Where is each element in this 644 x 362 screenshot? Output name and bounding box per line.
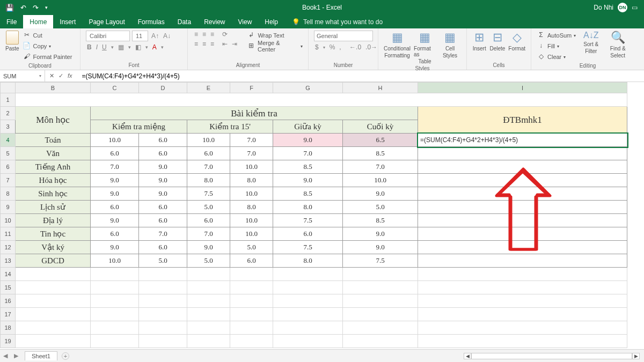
sort-filter-button[interactable]: A↓ZSort &Filter bbox=[579, 31, 603, 54]
cell[interactable] bbox=[418, 268, 627, 281]
cell[interactable] bbox=[139, 294, 187, 308]
align-bottom-icon[interactable]: ≡ bbox=[209, 31, 215, 38]
name-box[interactable]: SUM▾ bbox=[0, 70, 45, 82]
number-format-dropdown[interactable]: General bbox=[314, 31, 373, 41]
cell[interactable]: 10.0 bbox=[343, 174, 418, 187]
cell[interactable] bbox=[230, 321, 273, 335]
underline-button[interactable]: U bbox=[101, 43, 108, 51]
cell[interactable]: 6.5 bbox=[343, 134, 418, 147]
cell[interactable] bbox=[418, 187, 627, 201]
cell[interactable] bbox=[139, 308, 187, 321]
cell[interactable] bbox=[343, 335, 418, 348]
cell[interactable] bbox=[273, 294, 343, 308]
cell[interactable] bbox=[418, 227, 627, 241]
cell[interactable] bbox=[230, 268, 273, 281]
italic-button[interactable]: I bbox=[95, 43, 99, 51]
cell[interactable]: Tin học bbox=[16, 227, 91, 241]
cell[interactable] bbox=[418, 214, 627, 227]
cell[interactable] bbox=[187, 321, 230, 335]
horizontal-scrollbar[interactable]: ◀ ▶ bbox=[464, 353, 640, 359]
sheet-nav-next-icon[interactable]: ▶ bbox=[11, 352, 21, 359]
cell[interactable] bbox=[16, 321, 91, 335]
redo-icon[interactable]: ↷ bbox=[33, 4, 39, 12]
cell[interactable] bbox=[16, 308, 91, 321]
cell[interactable]: 5.0 bbox=[139, 254, 187, 268]
cell[interactable] bbox=[91, 321, 139, 335]
format-as-table-button[interactable]: ▦Format asTable bbox=[414, 31, 436, 64]
cell[interactable]: 6.0 bbox=[91, 227, 139, 241]
increase-decimal-icon[interactable]: ←.0 bbox=[348, 43, 362, 51]
cell[interactable] bbox=[418, 201, 627, 214]
tab-file[interactable]: File bbox=[0, 15, 23, 28]
row-header[interactable]: 1 bbox=[1, 93, 16, 107]
merge-center-button[interactable]: ⊞Merge & Center▾ bbox=[247, 41, 303, 51]
tab-data[interactable]: Data bbox=[171, 15, 197, 28]
cell[interactable]: 5.0 bbox=[230, 241, 273, 254]
cell[interactable]: 8.0 bbox=[230, 201, 273, 214]
autosum-button[interactable]: ΣAutoSum▾ bbox=[537, 31, 576, 40]
decrease-font-icon[interactable]: A↓ bbox=[162, 32, 172, 40]
cell[interactable]: Vật ký bbox=[16, 241, 91, 254]
row-header[interactable]: 6 bbox=[1, 160, 16, 174]
cell[interactable] bbox=[91, 268, 139, 281]
font-size-dropdown[interactable]: 11 bbox=[132, 31, 148, 41]
formula-input[interactable] bbox=[80, 70, 644, 82]
insert-cells-button[interactable]: ⊞Insert bbox=[472, 31, 486, 51]
cut-button[interactable]: ✂Cut bbox=[23, 31, 72, 40]
cell[interactable]: 9.0 bbox=[187, 241, 230, 254]
tell-me-search[interactable]: 💡 Tell me what you want to do bbox=[284, 15, 383, 28]
column-header[interactable]: B bbox=[16, 83, 91, 93]
column-header[interactable]: E bbox=[187, 83, 230, 93]
qat-more-icon[interactable]: ▾ bbox=[45, 5, 48, 10]
cell[interactable] bbox=[230, 281, 273, 294]
cell[interactable]: 6.0 bbox=[91, 147, 139, 160]
cell[interactable]: Toán bbox=[16, 134, 91, 147]
cell[interactable]: Môn học bbox=[16, 107, 91, 134]
fill-color-button[interactable]: ◧ bbox=[134, 43, 142, 51]
cell[interactable]: 10.0 bbox=[91, 134, 139, 147]
cell[interactable]: 8.0 bbox=[230, 174, 273, 187]
clear-button[interactable]: ◇Clear▾ bbox=[537, 52, 576, 62]
cell[interactable]: 6.0 bbox=[187, 214, 230, 227]
cell[interactable] bbox=[139, 335, 187, 348]
cell[interactable]: 10.0 bbox=[230, 187, 273, 201]
row-header[interactable]: 5 bbox=[1, 147, 16, 160]
tab-page-layout[interactable]: Page Layout bbox=[82, 15, 131, 28]
column-header[interactable]: D bbox=[139, 83, 187, 93]
tab-review[interactable]: Review bbox=[197, 15, 231, 28]
cell[interactable] bbox=[187, 281, 230, 294]
cell[interactable]: Địa lý bbox=[16, 214, 91, 227]
cell[interactable]: 7.5 bbox=[273, 214, 343, 227]
row-header[interactable]: 11 bbox=[1, 227, 16, 241]
comma-icon[interactable]: , bbox=[338, 43, 342, 51]
cell[interactable]: 8.5 bbox=[273, 160, 343, 174]
cell[interactable] bbox=[273, 268, 343, 281]
cell[interactable]: 6.0 bbox=[273, 227, 343, 241]
cell[interactable] bbox=[418, 308, 627, 321]
wrap-text-button[interactable]: ↲Wrap Text bbox=[247, 31, 303, 40]
cell[interactable] bbox=[418, 335, 627, 348]
avatar[interactable]: DN bbox=[618, 3, 627, 12]
row-header[interactable]: 7 bbox=[1, 174, 16, 187]
cell[interactable]: 10.0 bbox=[230, 227, 273, 241]
column-header[interactable]: I bbox=[418, 83, 627, 93]
cell[interactable] bbox=[418, 321, 627, 335]
cell[interactable] bbox=[16, 93, 627, 107]
cell[interactable] bbox=[91, 281, 139, 294]
cell[interactable]: 8.0 bbox=[187, 174, 230, 187]
cell[interactable]: GDCD bbox=[16, 254, 91, 268]
cell[interactable] bbox=[16, 268, 91, 281]
cell[interactable]: 8.0 bbox=[273, 201, 343, 214]
cell[interactable]: 6.0 bbox=[139, 147, 187, 160]
cell[interactable] bbox=[273, 308, 343, 321]
align-right-icon[interactable]: ≡ bbox=[209, 40, 215, 48]
row-header[interactable]: 2 bbox=[1, 107, 16, 120]
cell[interactable] bbox=[187, 294, 230, 308]
cell[interactable]: 7.0 bbox=[187, 227, 230, 241]
cell[interactable]: =(SUM(C4:F4)+G4*2+H4*3)/(4+5) bbox=[418, 134, 627, 147]
fx-icon[interactable]: fx bbox=[68, 72, 76, 79]
cell[interactable] bbox=[139, 268, 187, 281]
row-header[interactable]: 18 bbox=[1, 321, 16, 335]
font-color-button[interactable]: A bbox=[151, 43, 158, 51]
cell[interactable] bbox=[139, 321, 187, 335]
